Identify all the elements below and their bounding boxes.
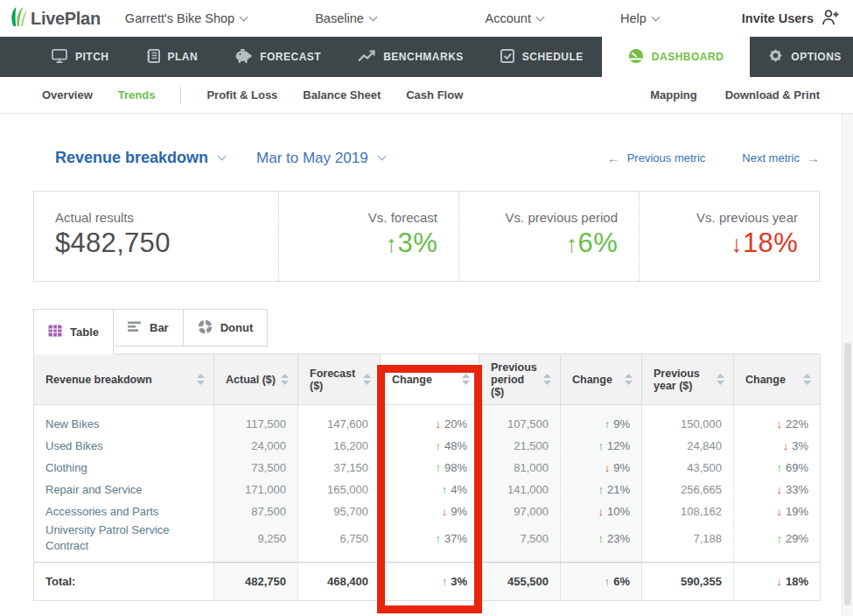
scrollbar-thumb[interactable]	[844, 343, 851, 606]
down-arrow-icon: ↓	[776, 483, 782, 496]
card-value: ↑3%	[300, 228, 437, 259]
chevron-down-icon	[651, 12, 660, 21]
company-name: Garrett's Bike Shop	[125, 11, 234, 25]
invite-users-button[interactable]: Invite Users	[742, 9, 839, 28]
card-value: ↑6%	[480, 228, 618, 259]
company-selector[interactable]: Garrett's Bike Shop	[125, 11, 247, 25]
liveplan-leaf-icon	[9, 5, 28, 32]
nav-tab-pitch[interactable]: PITCH	[33, 37, 128, 77]
card-value: $482,750	[55, 228, 257, 259]
col-header-previous-year: Previous year ($)	[642, 354, 734, 405]
revenue-table: Revenue breakdown Actual ($) Forecast ($…	[33, 354, 820, 601]
col-header-change-forecast: Change	[381, 354, 479, 405]
sort-icon[interactable]	[803, 374, 811, 385]
bar-chart-icon	[128, 321, 142, 335]
sort-icon[interactable]	[281, 374, 289, 385]
down-arrow-icon: ↓	[776, 575, 782, 588]
down-arrow-icon: ↓	[598, 505, 604, 518]
liveplan-logo[interactable]: LivePlan	[9, 5, 101, 32]
card-label: Actual results	[55, 210, 257, 225]
subnav-cash-flow[interactable]: Cash Flow	[406, 88, 463, 102]
up-arrow-icon: ↑	[598, 439, 604, 452]
card-vs-previous-year: Vs. previous year ↓18%	[639, 192, 819, 281]
sort-icon[interactable]	[543, 374, 551, 385]
subnav-balance-sheet[interactable]: Balance Sheet	[303, 88, 381, 102]
summary-cards: Actual results $482,750 Vs. forecast ↑3%…	[33, 191, 820, 282]
sort-icon[interactable]	[363, 374, 371, 385]
subnav-trends[interactable]: Trends	[118, 88, 156, 102]
up-arrow-icon: ↑	[435, 532, 441, 545]
tab-table[interactable]: Table	[33, 309, 114, 354]
scenario-selector[interactable]: Baseline	[315, 11, 376, 25]
down-arrow-icon: ↓	[783, 439, 789, 452]
top-bar: LivePlan Garrett's Bike Shop Baseline Ac…	[0, 0, 853, 37]
table-grid-icon	[48, 325, 62, 340]
card-vs-forecast: Vs. forecast ↑3%	[278, 192, 458, 281]
up-arrow-icon: ↑	[598, 532, 604, 545]
sort-icon[interactable]	[462, 374, 470, 385]
next-metric-link[interactable]: Next metric →	[742, 150, 820, 165]
scenario-name: Baseline	[315, 11, 364, 25]
previous-metric-link[interactable]: ← Previous metric	[607, 150, 706, 165]
col-header-revenue-breakdown: Revenue breakdown	[34, 354, 214, 405]
down-arrow-icon: ↓	[776, 417, 782, 430]
down-arrow-icon: ↓	[776, 505, 782, 518]
sort-icon[interactable]	[625, 374, 633, 385]
col-header-change-period: Change	[561, 354, 642, 405]
metric-dropdown[interactable]: Revenue breakdown	[55, 149, 225, 167]
period-dropdown[interactable]: Mar to May 2019	[256, 150, 385, 167]
up-arrow-icon: ↑	[386, 231, 398, 257]
up-arrow-icon: ↑	[605, 575, 611, 588]
tab-bar[interactable]: Bar	[113, 309, 184, 346]
piggy-bank-icon	[234, 49, 252, 66]
nav-tab-plan[interactable]: PLAN	[128, 37, 217, 77]
up-arrow-icon: ↑	[776, 532, 782, 545]
subnav-overview[interactable]: Overview	[42, 88, 93, 102]
sort-icon[interactable]	[717, 374, 724, 385]
notebook-icon	[146, 49, 160, 66]
scrollbar-track[interactable]	[842, 114, 853, 616]
up-arrow-icon: ↑	[605, 417, 611, 430]
chevron-down-icon	[368, 12, 377, 21]
down-arrow-icon: ↓	[442, 505, 448, 518]
nav-tab-benchmarks[interactable]: BENCHMARKS	[339, 37, 482, 77]
view-tabs: Table Bar Donut	[33, 309, 820, 346]
up-arrow-icon: ↑	[442, 483, 448, 496]
down-arrow-icon: ↓	[731, 231, 743, 257]
help-menu[interactable]: Help	[620, 11, 659, 25]
table-header-row: Revenue breakdown Actual ($) Forecast ($…	[34, 354, 821, 405]
chevron-down-icon	[536, 12, 545, 21]
subnav-divider	[180, 87, 181, 104]
nav-tab-schedule[interactable]: SCHEDULE	[482, 37, 602, 77]
dashboard-subnav: Overview Trends Profit & Loss Balance Sh…	[0, 77, 853, 114]
subnav-mapping[interactable]: Mapping	[650, 88, 696, 102]
card-actual-results: Actual results $482,750	[34, 192, 278, 281]
table-total-row: Total: 482,750 468,400 ↑3% 455,500 ↑6% 5…	[34, 563, 821, 601]
subnav-profit-loss[interactable]: Profit & Loss	[206, 88, 277, 102]
tab-donut[interactable]: Donut	[183, 309, 269, 346]
card-label: Vs. previous year	[661, 210, 798, 225]
donut-chart-icon	[198, 319, 213, 337]
gauge-icon	[628, 48, 644, 66]
left-arrow-icon: ←	[607, 150, 620, 165]
person-plus-icon	[822, 9, 839, 28]
nav-tab-dashboard[interactable]: DASHBOARD	[602, 37, 751, 77]
nav-tab-options[interactable]: OPTIONS	[750, 37, 853, 77]
table-row: Used Bikes 24,000 16,200 ↑48% 21,500 ↑12…	[34, 435, 821, 457]
col-header-actual: Actual ($)	[214, 354, 298, 405]
account-menu[interactable]: Account	[486, 11, 543, 25]
table-row: Repair and Service 171,000 165,000 ↑4% 1…	[34, 479, 821, 500]
col-header-change-year: Change	[734, 354, 821, 405]
card-label: Vs. previous period	[480, 210, 618, 225]
chevron-down-icon	[240, 12, 248, 21]
table-row: Clothing 73,500 37,150 ↑98% 81,000 ↓9% 4…	[34, 457, 821, 479]
up-arrow-icon: ↑	[566, 231, 578, 257]
nav-tab-forecast[interactable]: FORECAST	[216, 37, 339, 77]
down-arrow-icon: ↓	[605, 461, 611, 474]
metric-selector-row: Revenue breakdown Mar to May 2019 ← Prev…	[55, 149, 820, 167]
sort-icon[interactable]	[197, 374, 205, 385]
subnav-download-print[interactable]: Download & Print	[725, 88, 820, 102]
metric-title: Revenue breakdown	[55, 149, 208, 167]
monitor-icon	[52, 49, 67, 66]
up-arrow-icon: ↑	[435, 461, 441, 474]
